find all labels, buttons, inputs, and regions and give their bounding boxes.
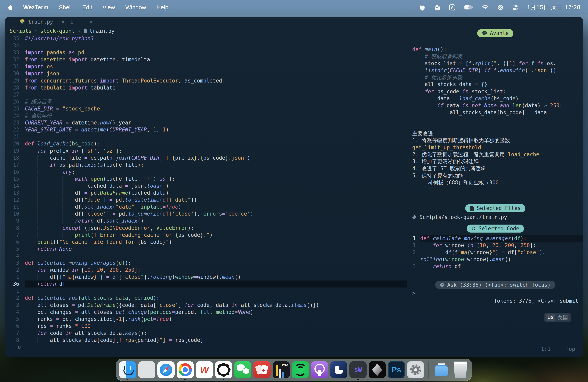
breadcrumb-file: train.py xyxy=(84,28,114,34)
menu-clock[interactable]: 1月15日 周三 17:28 xyxy=(527,3,580,11)
code-line: 4. 改进了 ST 股票的判断逻辑 xyxy=(412,165,583,172)
menu-item-view[interactable]: View xyxy=(103,4,115,11)
code-line: if data is not None and len(data) ≥ 250: xyxy=(412,102,583,109)
selected-code-lines: 1def calculate_moving_averages(df):1 for… xyxy=(407,235,583,270)
selected-file-item[interactable]: Scripts/stock-quant/train.py xyxy=(407,214,583,221)
code-line: 5. 保持了原有的功能： xyxy=(412,172,583,179)
panel-divider xyxy=(407,277,583,277)
launchpad-icon xyxy=(138,361,155,378)
dock-item-trash[interactable] xyxy=(452,361,469,378)
code-line: 28from tabulate import tabulate xyxy=(5,84,407,91)
svg-text:?: ? xyxy=(441,284,443,286)
cards-glyph: ♠ xyxy=(262,367,265,374)
code-line: 2 for window in [10, 20, 200, 250]: xyxy=(5,267,407,273)
tab-close-icon[interactable]: × xyxy=(90,19,93,25)
code-line: 5 return None xyxy=(5,246,407,252)
statusline-ruler: 1:1 Top xyxy=(541,346,575,352)
cat-icon[interactable] xyxy=(420,4,425,11)
code-line: 2def calculate_rps(all_stocks_data, peri… xyxy=(5,294,407,302)
code-line: get_limit_up_threshold xyxy=(412,144,583,151)
code-line: 18 cache_file = os.path.join(CACHE_DIR, … xyxy=(5,154,407,161)
menu-app-name[interactable]: WezTerm xyxy=(23,4,48,11)
spotify-icon xyxy=(292,361,309,378)
avante-suggested-code: def main(): # 获取股票列表 stock_list = [f.spl… xyxy=(407,46,583,116)
menu-item-help[interactable]: Help xyxy=(156,4,168,11)
code-line: # 优化数据加载 xyxy=(412,74,583,81)
control-center-icon[interactable] xyxy=(512,4,518,10)
tab-title: train.py xyxy=(28,19,53,25)
dock: W♠PRO$WPs xyxy=(116,359,472,381)
apple-menu-icon[interactable] xyxy=(8,4,13,10)
menu-item-edit[interactable]: Edit xyxy=(82,4,92,11)
code-line: 1def calculate_moving_averages(df): xyxy=(407,235,583,242)
dock-item-finder[interactable] xyxy=(119,361,136,378)
code-line: 1 for window in [10, 20, 200, 250]: xyxy=(407,242,583,249)
dock-item-chatgpt[interactable] xyxy=(215,361,232,378)
wps-icon: W xyxy=(196,361,213,378)
help-bubble-icon: ? xyxy=(440,283,444,287)
dock-item-downloads[interactable] xyxy=(433,361,450,378)
svg-text:A: A xyxy=(451,5,454,10)
code-line: 29from concurrent.futures import ThreadP… xyxy=(5,77,407,84)
code-line: 7 print(f"Error reading cache for {bs_co… xyxy=(5,231,407,239)
l-app-icon xyxy=(330,361,347,378)
dock-item-spotify[interactable] xyxy=(292,361,309,378)
chatgpt-icon xyxy=(215,361,232,378)
menu-item-window[interactable]: Window xyxy=(126,4,146,11)
file-icon xyxy=(470,206,474,210)
dock-item-gem[interactable] xyxy=(369,361,386,378)
gem-icon xyxy=(369,361,386,378)
ask-input[interactable]: > xyxy=(407,290,583,297)
battery-icon[interactable] xyxy=(464,5,473,10)
python-icon xyxy=(412,215,417,219)
dock-item-launchpad[interactable] xyxy=(138,361,155,378)
tab-train-py[interactable]: train.py ⊗ 1 × xyxy=(20,19,93,25)
code-line: 14 cached_data = json.load(f) xyxy=(5,182,407,190)
code-line: 22YEAR_START_DATE = datetime(CURRENT_YEA… xyxy=(5,126,407,133)
running-indicator xyxy=(223,379,224,380)
ask-badge: ? Ask (33:36) (<Tab>: switch focus) xyxy=(435,281,555,289)
code-line: - 科创板（688）和创业板（300 xyxy=(412,179,583,186)
ime-cn-label: 美国 xyxy=(558,314,568,321)
code-line: 24# 当前年份 xyxy=(5,112,407,119)
dock-item-chrome[interactable] xyxy=(177,361,194,378)
prompt-chevron: > xyxy=(412,290,415,297)
ring-icon[interactable] xyxy=(497,4,504,10)
photoshop-glyph: Ps xyxy=(392,366,401,374)
code-line: 13 df = pd.DataFrame(cached_data) xyxy=(5,190,407,196)
tokens-info: Tokens: 3776; <C-s>: submit xyxy=(407,298,583,305)
code-line: listdir(CACHE_DIR) if f.endswith(".json"… xyxy=(412,67,583,74)
code-line: 11 df.set_index("date", inplace=True) xyxy=(5,203,407,210)
breadcrumb-dir: Scripts xyxy=(10,28,32,34)
code-line: 27 xyxy=(5,91,407,98)
editor-lines: 35#!/usr/bin/env python33433import panda… xyxy=(5,35,407,344)
dock-item-settings[interactable] xyxy=(407,361,424,378)
code-line: stock_list = [f.split(".")[1] for f in o… xyxy=(412,60,583,67)
dock-item-stocks-pro[interactable]: PRO xyxy=(273,361,290,378)
dock-item-wechat[interactable] xyxy=(234,361,252,378)
code-editor[interactable]: Scripts › stock-quant › train.py 35#!/us… xyxy=(5,27,407,357)
wifi-icon[interactable] xyxy=(482,5,489,10)
menu-item-shell[interactable]: Shell xyxy=(59,4,72,11)
code-line: 20def load_cache(bs_code): xyxy=(5,140,407,147)
code-line: 17 if os.path.exists(cache_file): xyxy=(5,161,407,169)
package-icon[interactable] xyxy=(434,4,440,10)
dock-item-safari[interactable] xyxy=(157,361,175,378)
running-indicator xyxy=(127,379,128,380)
dock-item-cards[interactable]: ♠ xyxy=(253,361,271,378)
wps-glyph: W xyxy=(200,364,209,375)
dock-item-podcasts[interactable] xyxy=(311,361,328,378)
code-line: 16 try: xyxy=(5,169,407,175)
code-line: 主要改进： xyxy=(412,130,583,137)
dock-item-wps[interactable]: W xyxy=(196,361,213,378)
ime-us-label: US xyxy=(546,314,555,321)
input-source-icon[interactable]: A xyxy=(449,4,455,11)
avante-panel: Avante def main(): # 获取股票列表 stock_list =… xyxy=(407,27,583,357)
dock-item-wezterm[interactable]: $W xyxy=(349,361,367,378)
dock-item-l-app[interactable] xyxy=(330,361,347,378)
photoshop-icon: Ps xyxy=(388,361,405,378)
code-line: 25CACHE_DIR = "stock_cache" xyxy=(5,105,407,112)
code-line: # 获取股票列表 xyxy=(412,53,583,60)
tab-bar: train.py ⊗ 1 × xyxy=(5,17,583,27)
dock-item-photoshop[interactable]: Ps xyxy=(388,361,405,378)
